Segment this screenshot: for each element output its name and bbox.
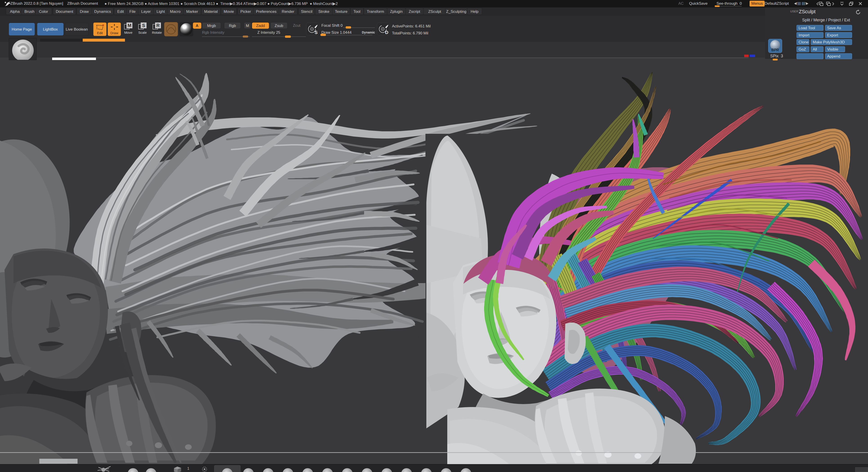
svg-text:R: R	[156, 23, 160, 28]
svg-text:M: M	[128, 23, 131, 28]
svg-text:S: S	[142, 23, 145, 28]
